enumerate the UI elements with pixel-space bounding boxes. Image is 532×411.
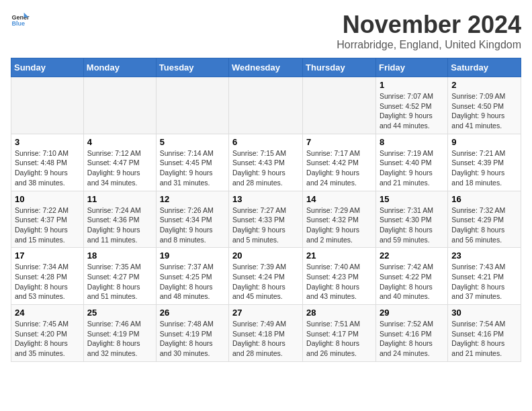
day-info: Sunrise: 7:12 AMSunset: 4:47 PMDaylight:… bbox=[87, 148, 152, 188]
day-number: 11 bbox=[87, 194, 152, 204]
day-info: Sunrise: 7:14 AMSunset: 4:45 PMDaylight:… bbox=[160, 148, 225, 188]
day-number: 5 bbox=[160, 137, 225, 147]
calendar-cell: 27Sunrise: 7:49 AMSunset: 4:18 PMDayligh… bbox=[229, 305, 303, 362]
calendar-cell: 30Sunrise: 7:54 AMSunset: 4:16 PMDayligh… bbox=[448, 305, 521, 362]
day-number: 16 bbox=[451, 194, 517, 204]
day-number: 6 bbox=[232, 137, 299, 147]
calendar-cell: 6Sunrise: 7:15 AMSunset: 4:43 PMDaylight… bbox=[229, 134, 303, 191]
header-sunday: Sunday bbox=[11, 58, 84, 77]
page-header: General Blue November 2024 Horrabridge, … bbox=[11, 11, 521, 51]
calendar-week-4: 17Sunrise: 7:34 AMSunset: 4:28 PMDayligh… bbox=[11, 248, 521, 305]
calendar-cell: 2Sunrise: 7:09 AMSunset: 4:50 PMDaylight… bbox=[448, 77, 521, 134]
calendar-cell: 29Sunrise: 7:52 AMSunset: 4:16 PMDayligh… bbox=[375, 305, 447, 362]
calendar-cell: 14Sunrise: 7:29 AMSunset: 4:32 PMDayligh… bbox=[303, 191, 376, 248]
header-saturday: Saturday bbox=[448, 58, 521, 77]
day-number: 4 bbox=[87, 137, 152, 147]
day-info: Sunrise: 7:37 AMSunset: 4:25 PMDaylight:… bbox=[160, 262, 225, 302]
calendar-cell: 1Sunrise: 7:07 AMSunset: 4:52 PMDaylight… bbox=[375, 77, 447, 134]
location-subtitle: Horrabridge, England, United Kingdom bbox=[337, 39, 521, 51]
title-area: November 2024 Horrabridge, England, Unit… bbox=[337, 11, 521, 51]
day-info: Sunrise: 7:10 AMSunset: 4:48 PMDaylight:… bbox=[15, 148, 80, 188]
day-info: Sunrise: 7:45 AMSunset: 4:20 PMDaylight:… bbox=[15, 319, 80, 359]
day-number: 15 bbox=[380, 194, 444, 204]
header-monday: Monday bbox=[83, 58, 156, 77]
day-info: Sunrise: 7:27 AMSunset: 4:33 PMDaylight:… bbox=[232, 205, 299, 245]
calendar-cell: 12Sunrise: 7:26 AMSunset: 4:34 PMDayligh… bbox=[156, 191, 228, 248]
day-info: Sunrise: 7:51 AMSunset: 4:17 PMDaylight:… bbox=[306, 319, 372, 359]
calendar-cell: 15Sunrise: 7:31 AMSunset: 4:30 PMDayligh… bbox=[375, 191, 447, 248]
day-info: Sunrise: 7:24 AMSunset: 4:36 PMDaylight:… bbox=[87, 205, 152, 245]
calendar-cell: 28Sunrise: 7:51 AMSunset: 4:17 PMDayligh… bbox=[303, 305, 376, 362]
calendar-week-5: 24Sunrise: 7:45 AMSunset: 4:20 PMDayligh… bbox=[11, 305, 521, 362]
calendar-cell: 23Sunrise: 7:43 AMSunset: 4:21 PMDayligh… bbox=[448, 248, 521, 305]
day-info: Sunrise: 7:21 AMSunset: 4:39 PMDaylight:… bbox=[451, 148, 517, 188]
day-info: Sunrise: 7:48 AMSunset: 4:19 PMDaylight:… bbox=[160, 319, 225, 359]
calendar-cell: 26Sunrise: 7:48 AMSunset: 4:19 PMDayligh… bbox=[156, 305, 228, 362]
calendar-cell: 21Sunrise: 7:40 AMSunset: 4:23 PMDayligh… bbox=[303, 248, 376, 305]
day-info: Sunrise: 7:40 AMSunset: 4:23 PMDaylight:… bbox=[306, 262, 372, 302]
day-number: 7 bbox=[306, 137, 372, 147]
day-info: Sunrise: 7:19 AMSunset: 4:40 PMDaylight:… bbox=[380, 148, 444, 188]
day-number: 1 bbox=[380, 80, 444, 90]
calendar-cell: 7Sunrise: 7:17 AMSunset: 4:42 PMDaylight… bbox=[303, 134, 376, 191]
day-number: 30 bbox=[451, 308, 517, 318]
day-number: 14 bbox=[306, 194, 372, 204]
day-number: 22 bbox=[380, 250, 444, 261]
header-friday: Friday bbox=[375, 58, 447, 77]
calendar-cell: 22Sunrise: 7:42 AMSunset: 4:22 PMDayligh… bbox=[375, 248, 447, 305]
day-number: 20 bbox=[232, 250, 299, 261]
day-number: 2 bbox=[451, 80, 517, 90]
calendar-cell: 24Sunrise: 7:45 AMSunset: 4:20 PMDayligh… bbox=[11, 305, 84, 362]
header-thursday: Thursday bbox=[303, 58, 376, 77]
calendar-cell: 13Sunrise: 7:27 AMSunset: 4:33 PMDayligh… bbox=[229, 191, 303, 248]
calendar-week-3: 10Sunrise: 7:22 AMSunset: 4:37 PMDayligh… bbox=[11, 191, 521, 248]
calendar-week-1: 1Sunrise: 7:07 AMSunset: 4:52 PMDaylight… bbox=[11, 77, 521, 134]
day-info: Sunrise: 7:52 AMSunset: 4:16 PMDaylight:… bbox=[380, 319, 444, 359]
calendar-cell bbox=[156, 77, 228, 134]
calendar-cell: 17Sunrise: 7:34 AMSunset: 4:28 PMDayligh… bbox=[11, 248, 84, 305]
day-number: 12 bbox=[160, 194, 225, 204]
day-info: Sunrise: 7:29 AMSunset: 4:32 PMDaylight:… bbox=[306, 205, 372, 245]
day-number: 10 bbox=[15, 194, 80, 204]
day-number: 24 bbox=[15, 308, 80, 318]
day-number: 19 bbox=[160, 250, 225, 261]
day-number: 27 bbox=[232, 308, 299, 318]
month-title: November 2024 bbox=[337, 11, 521, 39]
day-number: 26 bbox=[160, 308, 225, 318]
day-number: 23 bbox=[451, 250, 517, 261]
logo-icon: General Blue bbox=[11, 11, 30, 30]
calendar-cell: 20Sunrise: 7:39 AMSunset: 4:24 PMDayligh… bbox=[229, 248, 303, 305]
day-info: Sunrise: 7:42 AMSunset: 4:22 PMDaylight:… bbox=[380, 262, 444, 302]
calendar-cell: 10Sunrise: 7:22 AMSunset: 4:37 PMDayligh… bbox=[11, 191, 84, 248]
calendar-week-2: 3Sunrise: 7:10 AMSunset: 4:48 PMDaylight… bbox=[11, 134, 521, 191]
day-info: Sunrise: 7:32 AMSunset: 4:29 PMDaylight:… bbox=[451, 205, 517, 245]
calendar-cell: 19Sunrise: 7:37 AMSunset: 4:25 PMDayligh… bbox=[156, 248, 228, 305]
day-info: Sunrise: 7:26 AMSunset: 4:34 PMDaylight:… bbox=[160, 205, 225, 245]
day-number: 25 bbox=[87, 308, 152, 318]
day-info: Sunrise: 7:46 AMSunset: 4:19 PMDaylight:… bbox=[87, 319, 152, 359]
calendar-cell: 3Sunrise: 7:10 AMSunset: 4:48 PMDaylight… bbox=[11, 134, 84, 191]
day-number: 3 bbox=[15, 137, 80, 147]
header-tuesday: Tuesday bbox=[156, 58, 228, 77]
day-number: 21 bbox=[306, 250, 372, 261]
day-info: Sunrise: 7:22 AMSunset: 4:37 PMDaylight:… bbox=[15, 205, 80, 245]
day-info: Sunrise: 7:35 AMSunset: 4:27 PMDaylight:… bbox=[87, 262, 152, 302]
calendar-cell: 4Sunrise: 7:12 AMSunset: 4:47 PMDaylight… bbox=[83, 134, 156, 191]
calendar-cell: 8Sunrise: 7:19 AMSunset: 4:40 PMDaylight… bbox=[375, 134, 447, 191]
logo: General Blue bbox=[11, 11, 30, 30]
day-info: Sunrise: 7:43 AMSunset: 4:21 PMDaylight:… bbox=[451, 262, 517, 302]
day-info: Sunrise: 7:31 AMSunset: 4:30 PMDaylight:… bbox=[380, 205, 444, 245]
day-number: 18 bbox=[87, 250, 152, 261]
day-number: 17 bbox=[15, 250, 80, 261]
calendar-cell: 16Sunrise: 7:32 AMSunset: 4:29 PMDayligh… bbox=[448, 191, 521, 248]
day-number: 8 bbox=[380, 137, 444, 147]
day-number: 29 bbox=[380, 308, 444, 318]
day-info: Sunrise: 7:09 AMSunset: 4:50 PMDaylight:… bbox=[451, 91, 517, 131]
calendar-cell bbox=[83, 77, 156, 134]
day-info: Sunrise: 7:15 AMSunset: 4:43 PMDaylight:… bbox=[232, 148, 299, 188]
day-info: Sunrise: 7:54 AMSunset: 4:16 PMDaylight:… bbox=[451, 319, 517, 359]
calendar-cell: 5Sunrise: 7:14 AMSunset: 4:45 PMDaylight… bbox=[156, 134, 228, 191]
calendar-cell: 11Sunrise: 7:24 AMSunset: 4:36 PMDayligh… bbox=[83, 191, 156, 248]
calendar-cell bbox=[303, 77, 376, 134]
calendar-cell: 9Sunrise: 7:21 AMSunset: 4:39 PMDaylight… bbox=[448, 134, 521, 191]
